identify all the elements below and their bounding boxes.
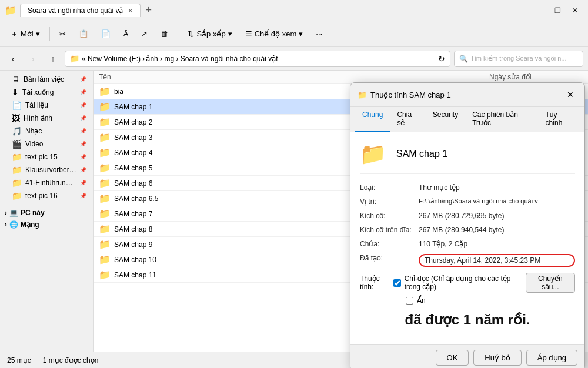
sidebar-label-music: Nhạc — [25, 127, 42, 135]
prop-value-created: Thursday, April 14, 2022, 3:45:23 PM — [419, 254, 575, 267]
folder-icon-row: 📁 — [99, 254, 111, 265]
sidebar-label-41ein: 41-Einführung in — [25, 179, 76, 187]
copy-icon: 📋 — [79, 29, 88, 38]
prop-label-size: Kích cỡ: — [360, 212, 419, 220]
folder-icon-row: 📁 — [99, 269, 111, 280]
sidebar-label-pictures: Hình ảnh — [24, 114, 52, 122]
pc-icon: 💻 — [9, 209, 18, 217]
tab-close-btn[interactable]: ✕ — [128, 7, 133, 15]
toolbar: ＋ Mới ▾ ✂ 📋 📄 Ā ↗ 🗑 ⇅ Sắp xếp ▾ ☰ Chế độ… — [0, 21, 588, 47]
sidebar-label-klausur: Klausurvorbereitu — [25, 166, 76, 174]
view-btn[interactable]: ☰ Chế độ xem ▾ — [239, 24, 309, 44]
new-tab-btn[interactable]: + — [145, 4, 152, 16]
cancel-btn[interactable]: Huỷ bỏ — [473, 350, 521, 366]
path-part-volume: « New Volume (E:) › — [82, 55, 145, 63]
prop-value-location: E:\ \ảnh\mg\Soara và ngôi nhà cho quái v — [419, 198, 575, 206]
tab-chung[interactable]: Chung — [355, 107, 390, 132]
prop-value-contains: 110 Tệp, 2 Cặp — [419, 240, 575, 248]
sidebar-item-pictures[interactable]: 🖼 Hình ảnh 📌 — [2, 112, 91, 125]
sidebar-pc-section[interactable]: › 💻 PC này — [0, 207, 93, 219]
sidebar-item-41ein[interactable]: 📁 41-Einführung in 📌 — [2, 176, 91, 189]
rename-btn[interactable]: Ā — [118, 24, 135, 44]
tab-label: Soara và ngôi nhà cho quái vậ — [28, 6, 123, 15]
up-btn[interactable]: ↑ — [45, 51, 61, 67]
new-btn[interactable]: ＋ Mới ▾ — [5, 24, 46, 44]
more-btn[interactable]: ··· — [310, 24, 328, 44]
big-folder-icon: 📁 — [360, 142, 386, 166]
address-input[interactable]: 📁 « New Volume (E:) › ảnh › mg › Soara v… — [65, 51, 450, 67]
prop-label-location: Vị trí: — [360, 198, 419, 206]
search-box[interactable]: 🔍 Tìm kiếm trong Soara và ngôi n... — [454, 51, 583, 67]
sidebar-label-documents: Tài liệu — [25, 101, 48, 109]
prop-label-contains: Chứa: — [360, 240, 419, 248]
chevron-right-icon-2: › — [5, 220, 7, 229]
sort-chevron-icon: ▾ — [228, 29, 232, 38]
refresh-icon[interactable]: ↻ — [438, 54, 445, 63]
readonly-checkbox[interactable] — [393, 279, 401, 287]
plus-icon: ＋ — [11, 29, 18, 39]
folder-icon-row: 📁 — [99, 116, 111, 128]
prop-label-sizeondisk: Kích cỡ trên đĩa: — [360, 226, 419, 234]
prop-value-sizeondisk: 267 MB (280,940,544 byte) — [419, 226, 575, 234]
view-icon: ☰ — [245, 29, 252, 38]
sidebar-item-documents[interactable]: 📄 Tài liệu 📌 — [2, 99, 91, 112]
selected-count: 1 mục được chọn — [43, 356, 99, 364]
pin-icon: 📌 — [80, 76, 86, 82]
hidden-label: Ẩn — [417, 296, 426, 305]
sidebar-item-download[interactable]: ⬇ Tải xuống 📌 — [2, 86, 91, 99]
properties-dialog[interactable]: 📁 Thuộc tính SAM chap 1 ✕ Chung Chia sẻ … — [350, 82, 585, 368]
folder-name-input[interactable] — [393, 147, 517, 161]
pin-icon-9: 📌 — [80, 180, 86, 186]
paste-btn[interactable]: 📄 — [95, 24, 116, 44]
sidebar-item-textpic16[interactable]: 📁 text pic 16 📌 — [2, 189, 91, 202]
tab-tuychon[interactable]: Tùy chỉnh — [538, 107, 580, 132]
dialog-folder-icon: 📁 — [358, 91, 367, 99]
attributes-section: Thuộc tính: Chỉ-đọc (Chỉ áp dụng cho các… — [360, 273, 575, 305]
close-btn[interactable]: ✕ — [567, 4, 583, 18]
col-name-header: Tên — [99, 73, 489, 81]
prop-value-size: 267 MB (280,729,695 byte) — [419, 212, 575, 220]
tab-chiase[interactable]: Chia sẻ — [390, 107, 425, 132]
folder-icon-row: 📁 — [99, 239, 111, 250]
folder-icon-row: 📁 — [99, 193, 111, 204]
address-path: « New Volume (E:) › ảnh › mg › Soara và … — [82, 55, 436, 63]
pin-icon-8: 📌 — [80, 167, 86, 173]
sidebar-network-section[interactable]: › 🌐 Mạng — [0, 219, 93, 230]
tab-phienbantruoc[interactable]: Các phiên bản Trước — [465, 107, 538, 132]
sidebar-label-desktop: Bàn làm việc — [24, 75, 64, 83]
minimize-btn[interactable]: — — [532, 4, 548, 18]
video-icon: 🎬 — [12, 139, 22, 149]
apply-btn[interactable]: Áp dụng — [526, 350, 577, 366]
advanced-btn[interactable]: Chuyển sâu... — [526, 273, 575, 293]
cut-btn[interactable]: ✂ — [54, 24, 72, 44]
delete-btn[interactable]: 🗑 — [155, 24, 174, 44]
folder-icon-3: 📁 — [12, 178, 22, 188]
tab-security[interactable]: Security — [426, 107, 465, 132]
sort-btn[interactable]: ⇅ Sắp xếp ▾ — [182, 24, 238, 44]
sidebar-item-textpic15[interactable]: 📁 text pic 15 📌 — [2, 150, 91, 163]
sidebar-label-textpic16: text pic 16 — [25, 192, 58, 200]
title-tab[interactable]: Soara và ngôi nhà cho quái vậ ✕ — [20, 4, 141, 17]
folder-icon-addr: 📁 — [70, 54, 79, 63]
sidebar-item-video[interactable]: 🎬 Video 📌 — [2, 138, 91, 150]
dialog-close-btn[interactable]: ✕ — [563, 88, 577, 102]
prop-row-type: Loại: Thư mục tệp — [360, 183, 575, 192]
attr-label: Thuộc tính: — [360, 275, 390, 291]
folder-icon-row: 📁 — [99, 147, 111, 158]
separator-1 — [49, 27, 50, 41]
sidebar-item-music[interactable]: 🎵 Nhạc 📌 — [2, 125, 91, 138]
paste-icon: 📄 — [101, 29, 111, 38]
forward-btn[interactable]: › — [25, 51, 41, 67]
back-btn[interactable]: ‹ — [5, 51, 21, 67]
sidebar-item-klausur[interactable]: 📁 Klausurvorbereitu 📌 — [2, 163, 91, 176]
share-btn[interactable]: ↗ — [135, 24, 153, 44]
title-icon: 📁 — [5, 5, 16, 16]
prop-row-size: Kích cỡ: 267 MB (280,729,695 byte) — [360, 212, 575, 220]
rename-icon: Ā — [123, 29, 129, 38]
sidebar-item-desktop[interactable]: 🖥 Bàn làm việc 📌 — [2, 73, 91, 86]
hidden-checkbox[interactable] — [406, 297, 413, 305]
copy-btn[interactable]: 📋 — [73, 24, 94, 44]
ok-btn[interactable]: OK — [436, 350, 469, 366]
maximize-btn[interactable]: ❐ — [549, 4, 566, 18]
dialog-tabs: Chung Chia sẻ Security Các phiên bản Trư… — [350, 107, 584, 132]
